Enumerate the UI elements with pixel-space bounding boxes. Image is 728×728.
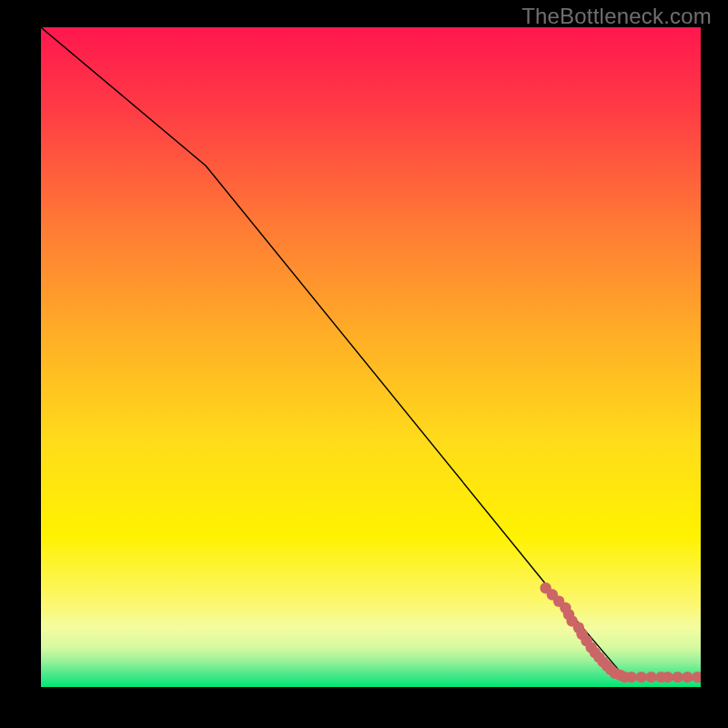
plot-area [41, 27, 701, 687]
chart-container: TheBottleneck.com [0, 0, 728, 728]
data-point [645, 672, 656, 682]
data-point [672, 672, 682, 682]
plot-svg [41, 27, 701, 687]
watermark-text: TheBottleneck.com [521, 4, 712, 29]
gradient-background [41, 27, 701, 687]
data-point [636, 672, 647, 682]
data-point [662, 672, 673, 682]
data-point [682, 672, 693, 682]
data-point [626, 672, 637, 682]
